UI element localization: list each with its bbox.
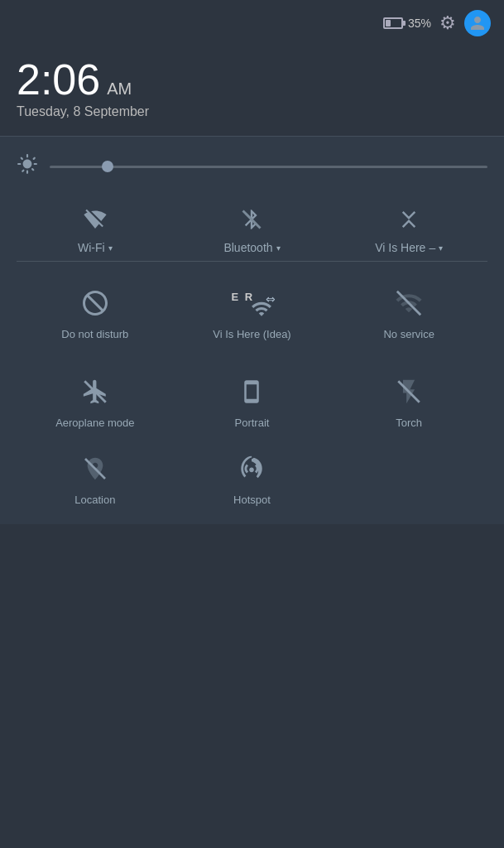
wifi-icon (84, 208, 107, 234)
empty-tile (330, 439, 487, 516)
tile-grid-row3: Location Hotspot (17, 439, 487, 516)
location-icon (79, 452, 112, 485)
vi-signal-tile[interactable]: E R ⇔ Vi Is Here (Idea) (174, 273, 331, 350)
bluetooth-label: Bluetooth (223, 241, 272, 254)
brightness-icon (17, 153, 38, 180)
bluetooth-toggle[interactable]: Bluetooth ▾ (174, 200, 331, 262)
tile-grid-row1: Do not disturb E R ⇔ Vi Is Here (Idea) N… (17, 273, 487, 350)
do-not-disturb-label: Do not disturb (61, 328, 128, 340)
quick-settings-panel: Wi-Fi ▾ Bluetooth ▾ (0, 137, 504, 524)
mobile-data-icon (397, 208, 420, 234)
data-dropdown-arrow[interactable]: ▾ (439, 243, 443, 253)
bluetooth-label-row: Bluetooth ▾ (223, 241, 280, 254)
battery-icon (383, 17, 403, 29)
bluetooth-dropdown-arrow[interactable]: ▾ (276, 243, 281, 253)
data-label: Vi Is Here (375, 241, 425, 254)
location-tile[interactable]: Location (17, 439, 174, 516)
vi-signal-icon: E R ⇔ (231, 287, 272, 320)
wifi-dropdown-arrow[interactable]: ▾ (108, 243, 113, 253)
do-not-disturb-icon (79, 287, 112, 320)
data-suffix: – (429, 241, 435, 254)
battery-percent: 35% (408, 17, 431, 30)
portrait-icon (235, 375, 268, 408)
status-bar: 35% ⚙ (0, 0, 504, 46)
battery-container: 35% (383, 17, 431, 30)
time-section: 2:06 AM Tuesday, 8 September (0, 46, 504, 136)
time-display: 2:06 AM (17, 58, 487, 101)
torch-icon (392, 375, 425, 408)
no-service-icon (392, 287, 425, 320)
wifi-label-row: Wi-Fi ▾ (78, 241, 113, 254)
brightness-slider[interactable] (50, 166, 487, 168)
portrait-label: Portrait (235, 417, 270, 429)
hotspot-tile[interactable]: Hotspot (174, 439, 331, 516)
wifi-label: Wi-Fi (78, 241, 105, 254)
tile-grid-row2: Aeroplane mode Portrait Torch (17, 362, 487, 439)
brightness-thumb (102, 161, 113, 172)
wifi-toggle[interactable]: Wi-Fi ▾ (17, 200, 174, 262)
aeroplane-mode-tile[interactable]: Aeroplane mode (17, 362, 174, 439)
toggle-row: Wi-Fi ▾ Bluetooth ▾ (17, 200, 487, 262)
aeroplane-mode-icon (79, 375, 112, 408)
bluetooth-icon (240, 208, 263, 234)
user-avatar[interactable] (464, 10, 491, 36)
aeroplane-mode-label: Aeroplane mode (55, 417, 134, 429)
location-label: Location (74, 494, 115, 506)
no-service-tile[interactable]: No service (330, 273, 487, 350)
settings-icon[interactable]: ⚙ (439, 12, 456, 34)
hotspot-label: Hotspot (233, 494, 271, 506)
brightness-row (17, 153, 487, 180)
mobile-data-toggle[interactable]: Vi Is Here – ▾ (330, 200, 487, 262)
torch-tile[interactable]: Torch (330, 362, 487, 439)
time-hours-minutes: 2:06 (17, 58, 100, 101)
data-label-row: Vi Is Here – ▾ (375, 241, 443, 254)
portrait-tile[interactable]: Portrait (174, 362, 331, 439)
do-not-disturb-tile[interactable]: Do not disturb (17, 273, 174, 350)
no-service-label: No service (383, 328, 434, 340)
date-display: Tuesday, 8 September (17, 104, 487, 119)
time-ampm: AM (107, 80, 132, 99)
vi-signal-label: Vi Is Here (Idea) (213, 328, 290, 340)
hotspot-icon (235, 452, 268, 485)
torch-label: Torch (396, 417, 422, 429)
